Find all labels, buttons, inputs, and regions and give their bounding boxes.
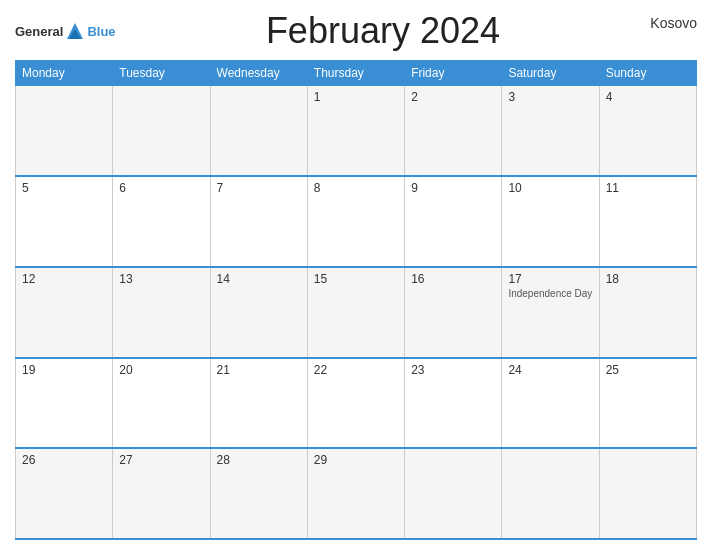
event-label: Independence Day [508,288,592,299]
day-number: 5 [22,181,106,195]
calendar-cell: 19 [16,358,113,449]
calendar-page: General Blue February 2024 Kosovo Monday… [0,0,712,550]
day-number: 12 [22,272,106,286]
day-number: 8 [314,181,398,195]
day-number: 21 [217,363,301,377]
day-header-tuesday: Tuesday [113,61,210,86]
calendar-cell: 18 [599,267,696,358]
day-number: 26 [22,453,106,467]
day-number: 27 [119,453,203,467]
day-number: 4 [606,90,690,104]
day-header-friday: Friday [405,61,502,86]
calendar-cell: 17Independence Day [502,267,599,358]
calendar-cell [502,448,599,539]
calendar-week-row: 19202122232425 [16,358,697,449]
day-number: 20 [119,363,203,377]
calendar-week-row: 121314151617Independence Day18 [16,267,697,358]
calendar-cell: 21 [210,358,307,449]
day-number: 2 [411,90,495,104]
calendar-cell: 20 [113,358,210,449]
calendar-week-row: 567891011 [16,176,697,267]
day-number: 13 [119,272,203,286]
calendar-cell [113,86,210,177]
day-number: 19 [22,363,106,377]
calendar-cell: 5 [16,176,113,267]
calendar-cell [16,86,113,177]
day-number: 28 [217,453,301,467]
calendar-cell: 2 [405,86,502,177]
day-number: 29 [314,453,398,467]
calendar-cell: 11 [599,176,696,267]
day-number: 22 [314,363,398,377]
day-number: 10 [508,181,592,195]
calendar-cell: 10 [502,176,599,267]
calendar-week-row: 1234 [16,86,697,177]
day-number: 25 [606,363,690,377]
calendar-cell: 25 [599,358,696,449]
calendar-cell [405,448,502,539]
day-number: 14 [217,272,301,286]
calendar-cell: 29 [307,448,404,539]
calendar-table: MondayTuesdayWednesdayThursdayFridaySatu… [15,60,697,540]
calendar-cell: 26 [16,448,113,539]
calendar-cell: 22 [307,358,404,449]
calendar-cell: 14 [210,267,307,358]
calendar-cell: 23 [405,358,502,449]
day-number: 9 [411,181,495,195]
calendar-cell [210,86,307,177]
logo-general-text: General [15,24,63,39]
calendar-title: February 2024 [116,10,651,52]
calendar-cell: 8 [307,176,404,267]
day-number: 1 [314,90,398,104]
day-number: 11 [606,181,690,195]
logo-blue-text: Blue [87,24,115,39]
calendar-cell: 7 [210,176,307,267]
calendar-cell: 9 [405,176,502,267]
country-label: Kosovo [650,15,697,31]
day-header-wednesday: Wednesday [210,61,307,86]
calendar-cell: 13 [113,267,210,358]
calendar-week-row: 26272829 [16,448,697,539]
calendar-cell: 4 [599,86,696,177]
calendar-cell: 6 [113,176,210,267]
calendar-cell: 24 [502,358,599,449]
day-number: 15 [314,272,398,286]
calendar-cell: 12 [16,267,113,358]
calendar-cell: 15 [307,267,404,358]
calendar-cell [599,448,696,539]
calendar-header: General Blue February 2024 Kosovo [15,10,697,52]
day-header-saturday: Saturday [502,61,599,86]
logo: General Blue [15,21,116,41]
calendar-cell: 3 [502,86,599,177]
day-number: 16 [411,272,495,286]
days-of-week-row: MondayTuesdayWednesdayThursdayFridaySatu… [16,61,697,86]
day-number: 6 [119,181,203,195]
day-number: 3 [508,90,592,104]
day-header-monday: Monday [16,61,113,86]
day-number: 18 [606,272,690,286]
day-number: 24 [508,363,592,377]
calendar-cell: 1 [307,86,404,177]
calendar-cell: 16 [405,267,502,358]
day-number: 23 [411,363,495,377]
day-header-thursday: Thursday [307,61,404,86]
calendar-cell: 28 [210,448,307,539]
day-number: 7 [217,181,301,195]
logo-icon [65,21,85,41]
calendar-cell: 27 [113,448,210,539]
day-number: 17 [508,272,592,286]
calendar-body: 1234567891011121314151617Independence Da… [16,86,697,540]
calendar-header-row: MondayTuesdayWednesdayThursdayFridaySatu… [16,61,697,86]
day-header-sunday: Sunday [599,61,696,86]
